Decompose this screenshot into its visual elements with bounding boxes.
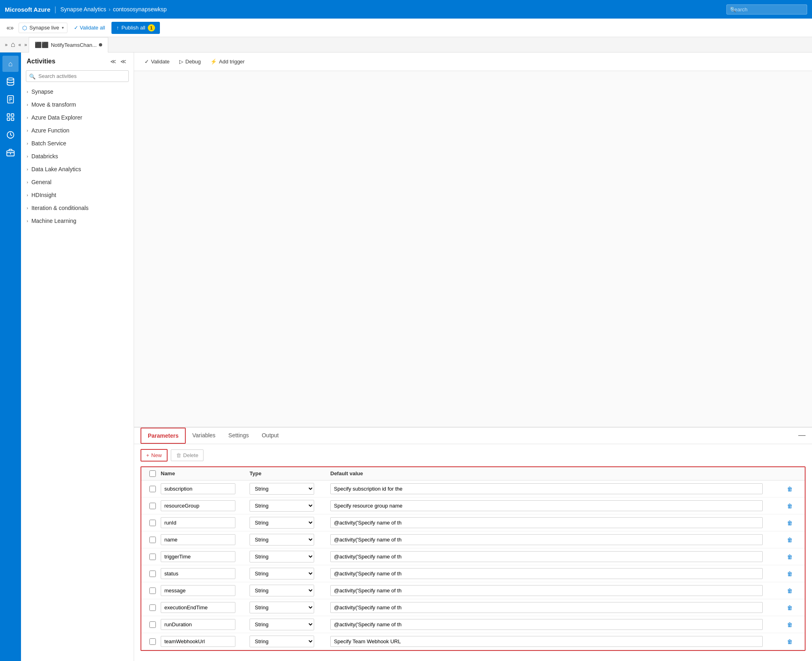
breadcrumb-synapse[interactable]: Synapse Analytics: [60, 6, 106, 13]
add-trigger-button[interactable]: ⚡ Add trigger: [206, 57, 249, 67]
param-checkbox-8[interactable]: [149, 621, 156, 628]
param-name-input-3[interactable]: [161, 534, 235, 545]
activity-item-azure-data-explorer[interactable]: › Azure Data Explorer: [21, 111, 134, 124]
sidebar-home-button[interactable]: ⌂: [2, 56, 19, 72]
activity-item-synapse[interactable]: › Synapse: [21, 85, 134, 98]
param-type-select-7[interactable]: String Bool Int Float Array Object Secur…: [250, 602, 314, 613]
validate-button[interactable]: ✓ Validate: [141, 57, 174, 67]
general-label: General: [31, 179, 52, 185]
tab-parameters[interactable]: Parameters: [141, 428, 186, 444]
activity-item-databricks[interactable]: › Databricks: [21, 150, 134, 163]
param-type-select-4[interactable]: String Bool Int Float Array Object Secur…: [250, 551, 314, 562]
search-input[interactable]: [726, 4, 807, 15]
collapse-left-button[interactable]: ≪: [109, 57, 118, 65]
sidebar-monitor-button[interactable]: [2, 127, 19, 143]
unsaved-indicator: [99, 43, 102, 46]
param-type-select-1[interactable]: String Bool Int Float Array Object Secur…: [250, 500, 314, 512]
param-type-select-6[interactable]: String Bool Int Float Array Object Secur…: [250, 585, 314, 596]
sidebar-layers-button[interactable]: [2, 109, 19, 125]
param-checkbox-0[interactable]: [149, 486, 156, 492]
param-delete-button-4[interactable]: 🗑: [785, 552, 794, 562]
tab-settings[interactable]: Settings: [222, 428, 256, 443]
param-value-input-8[interactable]: [330, 619, 763, 630]
param-delete-button-5[interactable]: 🗑: [785, 569, 794, 579]
param-value-input-2[interactable]: [330, 517, 763, 528]
activity-item-data-lake-analytics[interactable]: › Data Lake Analytics: [21, 163, 134, 176]
activity-item-batch-service[interactable]: › Batch Service: [21, 137, 134, 150]
param-value-input-7[interactable]: [330, 602, 763, 613]
activity-item-move-transform[interactable]: › Move & transform: [21, 98, 134, 111]
param-checkbox-9[interactable]: [149, 638, 156, 645]
tab-variables[interactable]: Variables: [186, 428, 222, 443]
param-checkbox-7[interactable]: [149, 604, 156, 611]
param-checkbox-1[interactable]: [149, 503, 156, 509]
activity-item-iteration-conditionals[interactable]: › Iteration & conditionals: [21, 201, 134, 214]
collapse-right-button[interactable]: ≪: [119, 57, 128, 65]
param-value-input-5[interactable]: [330, 568, 763, 579]
breadcrumb-workspace[interactable]: contososynapsewksp: [113, 6, 167, 13]
sidebar-database-button[interactable]: [2, 73, 19, 90]
minimize-panel-button[interactable]: —: [798, 431, 806, 439]
search-activities-input[interactable]: [26, 70, 129, 82]
new-parameter-button[interactable]: + New: [141, 449, 168, 462]
param-value-input-4[interactable]: [330, 551, 763, 562]
param-row: String Bool Int Float Array Object Secur…: [141, 548, 805, 565]
param-checkbox-4[interactable]: [149, 554, 156, 560]
select-all-checkbox[interactable]: [149, 470, 156, 477]
param-delete-button-3[interactable]: 🗑: [785, 535, 794, 545]
param-value-input-9[interactable]: [330, 636, 763, 647]
publish-all-button[interactable]: ↑ Publish all 1: [111, 22, 160, 34]
tab-home-button[interactable]: ⌂: [9, 39, 17, 50]
param-name-input-1[interactable]: [161, 500, 235, 511]
canvas-workspace[interactable]: [134, 71, 812, 427]
param-row: String Bool Int Float Array Object Secur…: [141, 531, 805, 548]
param-type-select-8[interactable]: String Bool Int Float Array Object Secur…: [250, 619, 314, 630]
param-checkbox-5[interactable]: [149, 571, 156, 577]
param-name-input-9[interactable]: [161, 636, 235, 647]
tab-output[interactable]: Output: [255, 428, 285, 443]
activity-item-hdinsight[interactable]: › HDInsight: [21, 189, 134, 201]
debug-button[interactable]: ▷ Debug: [175, 57, 205, 67]
param-type-select-2[interactable]: String Bool Int Float Array Object Secur…: [250, 517, 314, 529]
tab-collapse-button[interactable]: »: [3, 41, 9, 48]
param-value-input-3[interactable]: [330, 534, 763, 545]
param-name-input-5[interactable]: [161, 568, 235, 579]
param-type-select-5[interactable]: String Bool Int Float Array Object Secur…: [250, 568, 314, 579]
param-delete-button-7[interactable]: 🗑: [785, 603, 794, 613]
param-name-input-6[interactable]: [161, 585, 235, 596]
tab-forward-button[interactable]: »: [23, 40, 29, 49]
param-name-input-0[interactable]: [161, 483, 235, 494]
param-delete-button-8[interactable]: 🗑: [785, 620, 794, 630]
param-value-input-0[interactable]: [330, 483, 763, 494]
environment-selector[interactable]: ⬡ Synapse live ▾: [19, 23, 67, 33]
env-icon: ⬡: [22, 25, 27, 31]
pipeline-tab[interactable]: ⬛⬛ NotifyTeamsChan...: [29, 37, 108, 52]
param-type-select-3[interactable]: String Bool Int Float Array Object Secur…: [250, 534, 314, 546]
param-name-input-4[interactable]: [161, 551, 235, 562]
param-type-select-0[interactable]: String Bool Int Float Array Object Secur…: [250, 483, 314, 495]
param-value-input-6[interactable]: [330, 585, 763, 596]
param-delete-button-2[interactable]: 🗑: [785, 518, 794, 528]
param-checkbox-3[interactable]: [149, 537, 156, 543]
param-type-select-9[interactable]: String Bool Int Float Array Object Secur…: [250, 636, 314, 647]
sidebar-document-button[interactable]: [2, 91, 19, 107]
activity-item-azure-function[interactable]: › Azure Function: [21, 124, 134, 137]
param-checkbox-6[interactable]: [149, 588, 156, 594]
param-name-input-7[interactable]: [161, 602, 235, 613]
param-delete-button-1[interactable]: 🗑: [785, 501, 794, 511]
param-name-input-8[interactable]: [161, 619, 235, 630]
sidebar-briefcase-button[interactable]: [2, 145, 19, 161]
param-delete-button-6[interactable]: 🗑: [785, 586, 794, 596]
expand-collapse-button[interactable]: «»: [5, 23, 15, 33]
param-delete-button-9[interactable]: 🗑: [785, 637, 794, 646]
activity-item-machine-learning[interactable]: › Machine Learning: [21, 214, 134, 227]
param-delete-button-0[interactable]: 🗑: [785, 484, 794, 494]
param-name-input-2[interactable]: [161, 517, 235, 528]
param-checkbox-2[interactable]: [149, 520, 156, 526]
tab-back-button[interactable]: «: [17, 40, 23, 49]
activity-item-general[interactable]: › General: [21, 176, 134, 189]
param-value-input-1[interactable]: [330, 500, 763, 511]
delete-parameter-button[interactable]: 🗑 Delete: [171, 449, 204, 461]
param-type-cell: String Bool Int Float Array Object Secur…: [250, 568, 330, 579]
validate-all-button[interactable]: ✓ Validate all: [71, 23, 109, 32]
